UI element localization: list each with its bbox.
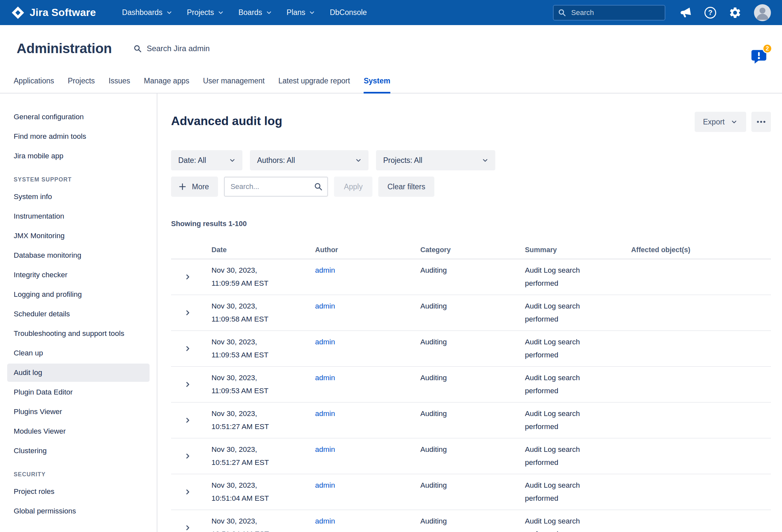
nav-item-dashboards[interactable]: Dashboards [122, 8, 173, 17]
sidebar-item-troubleshooting-and-support-tools[interactable]: Troubleshooting and support tools [7, 324, 149, 343]
cell-date: Nov 30, 2023, 11:09:58 AM EST [211, 300, 315, 326]
cell-category: Auditing [420, 371, 525, 397]
expand-row-chevron-icon[interactable] [171, 452, 192, 460]
filter-search-input[interactable] [224, 177, 328, 197]
tab-issues[interactable]: Issues [108, 77, 130, 94]
export-label: Export [703, 118, 725, 127]
sidebar-item-plugins-viewer[interactable]: Plugins Viewer [7, 403, 149, 421]
tab-projects[interactable]: Projects [68, 77, 95, 94]
admin-title: Administration [16, 41, 112, 56]
expand-row-chevron-icon[interactable] [171, 309, 192, 317]
admin-search[interactable]: Search Jira admin [133, 44, 210, 53]
more-filters-button[interactable]: More [171, 177, 218, 197]
help-icon[interactable]: ? [705, 7, 716, 19]
search-icon[interactable] [314, 182, 323, 191]
sidebar-item-logging-and-profiling[interactable]: Logging and profiling [7, 285, 149, 304]
chevron-down-icon [229, 157, 236, 164]
layout: General configurationFind more admin too… [0, 94, 782, 532]
jira-brand[interactable]: Jira Software [11, 6, 96, 20]
megaphone-icon[interactable] [679, 6, 692, 19]
author-link[interactable]: admin [315, 445, 335, 454]
sidebar-item-database-monitoring[interactable]: Database monitoring [7, 246, 149, 264]
sidebar-item-jira-mobile-app[interactable]: Jira mobile app [7, 147, 149, 165]
user-avatar[interactable] [754, 4, 771, 21]
expand-row-chevron-icon[interactable] [171, 344, 192, 353]
clear-filters-button[interactable]: Clear filters [378, 177, 434, 197]
sidebar-item-find-more-admin-tools[interactable]: Find more admin tools [7, 128, 149, 146]
cell-date: Nov 30, 2023, 11:09:53 AM EST [211, 335, 315, 362]
cell-category: Auditing [420, 479, 525, 505]
sidebar-item-integrity-checker[interactable]: Integrity checker [7, 266, 149, 284]
cell-affected [631, 300, 771, 326]
chevron-down-icon [265, 9, 273, 16]
main-content: Advanced audit log Export Date: All [157, 94, 782, 532]
sidebar-item-global-permissions[interactable]: Global permissions [7, 502, 149, 520]
tab-applications[interactable]: Applications [14, 77, 54, 94]
cell-summary: Audit Log search performed [525, 407, 623, 433]
title-actions: Export [695, 112, 771, 132]
author-link[interactable]: admin [315, 338, 335, 346]
filter-row-secondary: More Apply Clear filters [171, 177, 771, 197]
author-link[interactable]: admin [315, 481, 335, 489]
apply-button[interactable]: Apply [334, 177, 372, 197]
sidebar-item-scheduler-details[interactable]: Scheduler details [7, 305, 149, 323]
sidebar-item-project-roles[interactable]: Project roles [7, 483, 149, 501]
cell-affected [631, 443, 771, 469]
column-header-date: Date [211, 246, 315, 254]
expand-row-chevron-icon[interactable] [171, 488, 192, 496]
audit-table: DateAuthorCategorySummaryAffected object… [171, 246, 771, 532]
more-actions-button[interactable] [751, 112, 771, 132]
cell-summary: Audit Log search performed [525, 479, 623, 505]
author-link[interactable]: admin [315, 517, 335, 525]
column-header-affected-object-s: Affected object(s) [631, 246, 771, 254]
date-filter-dropdown[interactable]: Date: All [171, 150, 242, 170]
audit-table-body: Nov 30, 2023, 11:09:59 AM EST admin Audi… [171, 259, 771, 532]
notification-badge: 2 [762, 44, 772, 54]
nav-item-plans[interactable]: Plans [287, 8, 316, 17]
cell-date: Nov 30, 2023, 10:51:04 AM EST [211, 479, 315, 505]
author-link[interactable]: admin [315, 374, 335, 382]
tab-user-management[interactable]: User management [203, 77, 264, 94]
sidebar-item-instrumentation[interactable]: Instrumentation [7, 207, 149, 225]
cell-affected [631, 407, 771, 433]
tab-system[interactable]: System [364, 77, 390, 94]
cell-date: Nov 30, 2023, 10:51:04 AM EST [211, 515, 315, 532]
expand-row-chevron-icon[interactable] [171, 273, 192, 281]
sidebar-item-clean-up[interactable]: Clean up [7, 344, 149, 362]
tab-manage-apps[interactable]: Manage apps [144, 77, 189, 94]
author-link[interactable]: admin [315, 266, 335, 274]
sidebar-nav: General configurationFind more admin too… [0, 94, 157, 532]
sidebar-item-modules-viewer[interactable]: Modules Viewer [7, 422, 149, 440]
cell-affected [631, 479, 771, 505]
sidebar-item-plugin-data-editor[interactable]: Plugin Data Editor [7, 383, 149, 401]
sidebar-item-general-configuration[interactable]: General configuration [7, 108, 149, 126]
export-button[interactable]: Export [695, 112, 746, 132]
cell-date: Nov 30, 2023, 11:09:53 AM EST [211, 371, 315, 397]
gear-icon[interactable] [728, 6, 742, 19]
cell-author: admin [315, 443, 420, 469]
author-link[interactable]: admin [315, 302, 335, 310]
cell-summary: Audit Log search performed [525, 443, 623, 469]
nav-search-input[interactable] [553, 5, 665, 21]
authors-filter-dropdown[interactable]: Authors: All [250, 150, 368, 170]
sidebar-item-jmx-monitoring[interactable]: JMX Monitoring [7, 227, 149, 245]
sidebar-item-audit-log[interactable]: Audit log [7, 363, 149, 382]
projects-filter-dropdown[interactable]: Projects: All [376, 150, 495, 170]
author-link[interactable]: admin [315, 410, 335, 418]
cell-date: Nov 30, 2023, 11:09:59 AM EST [211, 264, 315, 290]
expand-row-chevron-icon[interactable] [171, 416, 192, 425]
expand-row-chevron-icon[interactable] [171, 524, 192, 532]
tab-latest-upgrade-report[interactable]: Latest upgrade report [278, 77, 350, 94]
feedback-bubble-icon[interactable]: 2 [750, 48, 768, 65]
cell-category: Auditing [420, 515, 525, 532]
sidebar-item-system-info[interactable]: System info [7, 188, 149, 206]
cell-author: admin [315, 407, 420, 433]
expand-row-chevron-icon[interactable] [171, 380, 192, 389]
nav-item-dbconsole[interactable]: DbConsole [330, 8, 367, 17]
nav-item-boards[interactable]: Boards [239, 8, 273, 17]
cell-summary: Audit Log search performed [525, 264, 623, 290]
sidebar-item-clustering[interactable]: Clustering [7, 442, 149, 460]
nav-item-projects[interactable]: Projects [187, 8, 224, 17]
filter-search [224, 177, 328, 197]
cell-category: Auditing [420, 443, 525, 469]
